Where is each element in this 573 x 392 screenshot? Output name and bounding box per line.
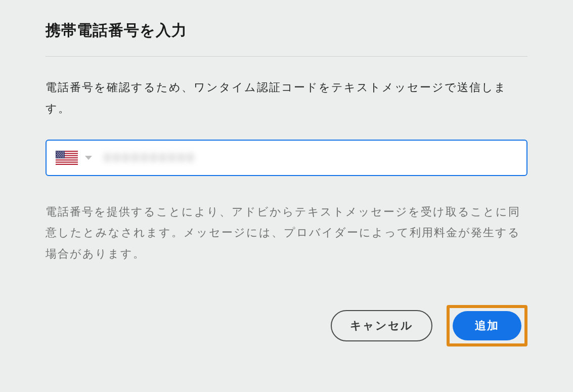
cancel-button[interactable]: キャンセル <box>331 310 432 341</box>
svg-point-18 <box>58 154 59 155</box>
svg-point-30 <box>63 156 64 157</box>
country-selector[interactable] <box>56 151 92 165</box>
consent-text: 電話番号を提供することにより、アドビからテキストメッセージを受け取ることに同意し… <box>46 201 527 265</box>
svg-point-21 <box>63 154 64 155</box>
add-button-highlight: 追加 <box>447 305 527 346</box>
svg-rect-6 <box>56 162 78 163</box>
svg-point-11 <box>62 151 63 152</box>
dialog-title: 携帯電話番号を入力 <box>46 20 527 57</box>
svg-point-10 <box>60 151 61 152</box>
svg-point-29 <box>62 156 63 157</box>
phone-input-container[interactable] <box>46 140 527 176</box>
svg-point-22 <box>57 155 58 156</box>
svg-point-12 <box>63 151 64 152</box>
svg-point-25 <box>63 155 64 156</box>
svg-point-9 <box>58 151 59 152</box>
svg-point-15 <box>61 153 62 154</box>
svg-rect-4 <box>56 158 78 159</box>
svg-point-19 <box>60 154 61 155</box>
svg-point-14 <box>59 153 60 154</box>
svg-point-8 <box>57 151 58 152</box>
add-button[interactable]: 追加 <box>453 311 521 340</box>
phone-number-input[interactable] <box>92 151 517 164</box>
svg-rect-5 <box>56 160 78 161</box>
chevron-down-icon <box>85 156 92 160</box>
phone-entry-dialog: 携帯電話番号を入力 電話番号を確認するため、ワンタイム認証コードをテキストメッセ… <box>46 20 527 346</box>
svg-point-17 <box>57 154 58 155</box>
svg-point-16 <box>63 153 64 154</box>
svg-point-20 <box>62 154 63 155</box>
us-flag-icon <box>56 151 78 165</box>
dialog-description: 電話番号を確認するため、ワンタイム認証コードをテキストメッセージで送信します。 <box>46 77 527 119</box>
dialog-actions: キャンセル 追加 <box>46 305 527 346</box>
svg-point-13 <box>57 153 58 154</box>
svg-point-28 <box>60 156 61 157</box>
svg-point-24 <box>61 155 62 156</box>
svg-point-27 <box>58 156 59 157</box>
svg-point-26 <box>57 156 58 157</box>
svg-point-23 <box>59 155 60 156</box>
